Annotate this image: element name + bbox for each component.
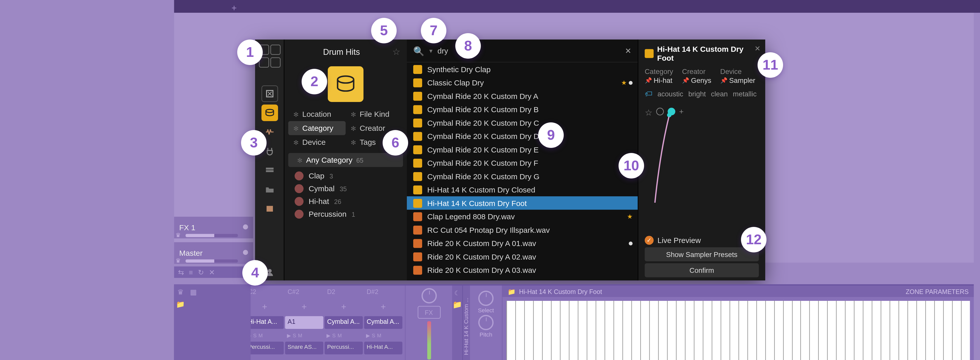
pad-add-button[interactable]: + [246,298,284,315]
pad-cell[interactable]: Cymbal A... [364,316,402,329]
solo-button[interactable]: S [293,333,296,338]
play-icon[interactable]: ▶ [366,333,370,338]
sidebar-tab-packages[interactable] [261,200,278,217]
pad-add-button[interactable]: + [364,298,402,315]
sidebar-tab-sources[interactable] [261,86,278,102]
mute-button[interactable]: M [377,333,381,338]
pad-column: D2 + Cymbal A... ▶SM Percussi... [325,288,363,360]
pad-instrument[interactable]: Hi-Hat A... [364,342,402,354]
tool-icon[interactable]: ⇆ [178,268,184,276]
meta-label: Creator [682,68,711,75]
sidebar-tab-folder[interactable] [261,181,278,198]
crown-icon[interactable]: ♛ [177,288,184,297]
category-row[interactable]: Clap3 [288,170,403,182]
pad-add-button[interactable]: + [325,298,363,315]
callout-11: 11 [757,52,783,78]
result-row[interactable]: Cymbal Ride 20 K Custom Dry B [407,103,638,116]
svg-point-1 [266,109,273,113]
pad-note: D2 [325,288,363,297]
filter-device[interactable]: ✻Device [288,135,346,149]
mute-button[interactable]: M [337,333,342,338]
search-icon[interactable]: 🔍 [413,46,424,56]
callout-6: 6 [383,130,408,155]
select-knob[interactable] [478,291,493,306]
tool-icon[interactable]: ≡ [189,268,193,276]
track-master[interactable]: Master ♛ [174,242,253,264]
tag[interactable]: clean [711,90,728,98]
solo-button[interactable]: S [332,333,336,338]
any-category-row[interactable]: ✻ Any Category 65 [288,153,403,167]
add-color-button[interactable]: + [679,107,684,116]
pad-cell-selected[interactable]: A1 [285,316,323,329]
close-detail-button[interactable]: ✕ [754,44,760,53]
result-row[interactable]: Cymbal Ride 20 K Custom Dry C [407,116,638,130]
tag[interactable]: bright [688,90,706,98]
pad-instrument[interactable]: Percussi... [325,342,363,354]
show-presets-button[interactable]: Show Sampler Presets [645,247,759,261]
keyboard-icon[interactable]: ▦ [190,288,196,297]
star-icon[interactable]: ☆ [645,108,652,116]
sample-strip[interactable]: Hi-Hat 14 K Custom ... [463,285,470,360]
category-row[interactable]: Percussion1 [288,208,403,220]
favorite-icon[interactable]: ☆ [392,47,401,57]
category-row[interactable]: Hi-hat26 [288,195,403,208]
live-preview-toggle[interactable]: ✓ Live Preview [645,236,701,245]
pad-add-button[interactable]: + [285,298,323,315]
result-row[interactable]: Cymbal Ride 20 K Custom Dry A [407,89,638,103]
result-row[interactable]: Cymbal Ride 20 K Custom Dry E [407,143,638,156]
result-row[interactable]: Classic Clap Dry★ [407,76,638,89]
track-fx1[interactable]: FX 1 ♛ [174,217,253,238]
keyboard-zone[interactable] [506,301,970,360]
fx-slot[interactable]: FX [417,306,440,319]
tag[interactable]: acoustic [658,90,683,98]
result-row[interactable]: Cymbal Ride 20 K Custom Dry G [407,170,638,183]
pad-instrument[interactable]: Snare AS... [285,342,323,354]
solo-button[interactable]: S [372,333,375,338]
result-icon [413,105,422,114]
result-row[interactable]: Synthetic Dry Clap [407,62,638,76]
filter-category[interactable]: ✻Category [288,121,346,135]
sidebar-tab-files[interactable] [261,162,278,178]
moon-icon[interactable]: ☾ [454,289,460,297]
result-row[interactable]: Cymbal Ride 20 K Custom Dry D [407,130,638,143]
category-row[interactable]: Cymbal35 [288,182,403,195]
play-icon[interactable]: ▶ [326,333,330,338]
result-row[interactable]: Ride 20 K Custom Dry A 02.wav [407,250,638,263]
close-icon[interactable]: ✕ [209,268,215,276]
filter-location[interactable]: ✻Location [288,107,346,121]
meta-value[interactable]: 📌Sampler [720,76,755,84]
view-toggle[interactable] [259,57,280,68]
gain-knob[interactable] [421,288,436,303]
result-row[interactable]: Hi-Hat 14 K Custom Dry Foot [407,196,638,210]
folder-icon[interactable]: 📁 [452,300,462,309]
pitch-knob[interactable] [478,315,493,330]
pad-cell[interactable]: Cymbal A... [325,316,363,329]
result-row[interactable]: Hi-Hat 14 K Custom Dry Closed [407,183,638,197]
confirm-button[interactable]: Confirm [645,263,759,278]
add-tab-button[interactable]: + [232,3,237,13]
result-row[interactable]: Ride 20 K Custom Dry A 03.wav [407,263,638,277]
meta-value[interactable]: 📌Genys [682,76,711,84]
tag[interactable]: metallic [733,90,757,98]
result-row[interactable]: Cymbal Ride 20 K Custom Dry F [407,156,638,170]
clear-search-button[interactable]: ✕ [625,46,631,55]
filter-filekind[interactable]: ✻File Kind [346,107,403,121]
result-row[interactable]: Ride 20 K Custom Dry A 01.wav [407,236,638,250]
results-list[interactable]: Synthetic Dry ClapClassic Clap Dry★Cymba… [407,62,638,281]
sidebar-tab-drums[interactable] [261,105,278,121]
tool-icon[interactable]: ↻ [198,268,204,276]
pad-instrument[interactable]: Percussi... [246,342,284,354]
mute-button[interactable]: M [298,333,302,338]
track-label: FX 1 [179,223,196,232]
pad-cell[interactable]: Hi-Hat A... [246,316,284,329]
solo-button[interactable]: S [253,333,257,338]
color-dot[interactable] [656,108,664,116]
meta-value[interactable]: 📌Hi-hat [645,76,673,84]
result-row[interactable]: RC Cut 054 Pnotap Dry Illspark.wav [407,223,638,236]
dot-icon [629,241,633,245]
play-icon[interactable]: ▶ [287,333,291,338]
folder-icon[interactable]: 📁 [176,300,185,309]
mute-button[interactable]: M [258,333,263,338]
zone-title: Hi-Hat 14 K Custom Dry Foot [519,288,602,295]
result-row[interactable]: Clap Legend 808 Dry.wav★ [407,210,638,224]
